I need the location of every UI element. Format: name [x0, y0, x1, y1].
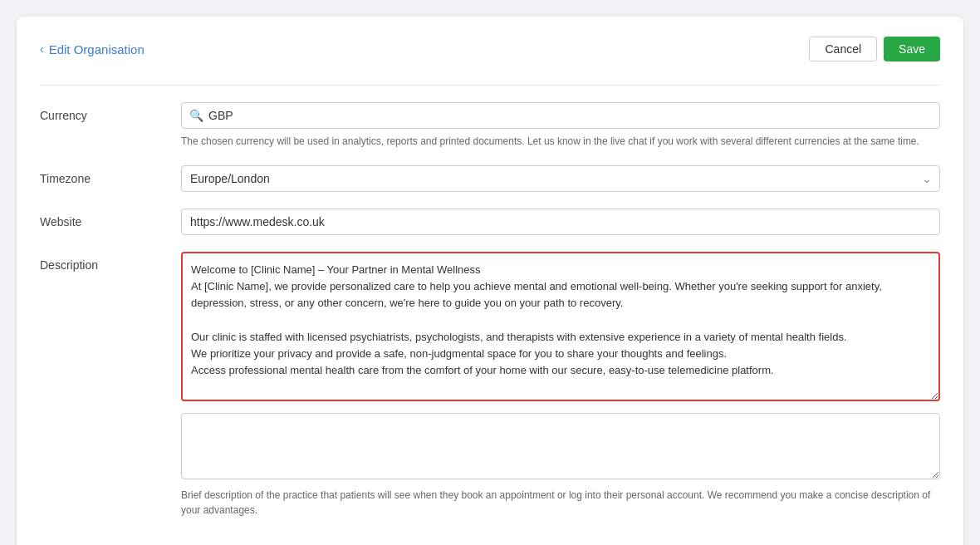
description-hint: Brief description of the practice that p…	[181, 488, 940, 518]
timezone-label: Timezone	[40, 165, 181, 185]
timezone-select-wrapper: Europe/London UTC America/New_York ⌄	[181, 165, 940, 192]
header-divider	[40, 85, 940, 86]
page-header: ‹ Edit Organisation Cancel Save	[40, 37, 940, 61]
currency-field: 🔍 The chosen currency will be used in an…	[181, 102, 940, 149]
timezone-select[interactable]: Europe/London UTC America/New_York	[181, 165, 940, 192]
description-label: Description	[40, 252, 181, 272]
description-textarea-normal[interactable]	[181, 413, 940, 479]
currency-hint: The chosen currency will be used in anal…	[181, 134, 940, 149]
website-row: Website	[40, 209, 940, 235]
description-field: Brief description of the practice that p…	[181, 252, 940, 518]
website-input[interactable]	[181, 209, 940, 235]
currency-row: Currency 🔍 The chosen currency will be u…	[40, 102, 940, 149]
currency-label: Currency	[40, 102, 181, 122]
website-label: Website	[40, 209, 181, 228]
header-actions: Cancel Save	[809, 37, 940, 61]
cancel-button[interactable]: Cancel	[809, 37, 877, 61]
website-field	[181, 209, 940, 235]
description-row: Description Brief description of the pra…	[40, 252, 940, 518]
back-arrow-icon: ‹	[40, 42, 44, 56]
currency-input[interactable]	[181, 102, 940, 129]
description-textarea-highlighted[interactable]	[181, 252, 940, 401]
back-link[interactable]: ‹ Edit Organisation	[40, 42, 145, 56]
timezone-field: Europe/London UTC America/New_York ⌄	[181, 165, 940, 192]
page-title: Edit Organisation	[49, 42, 145, 56]
currency-input-wrapper: 🔍	[181, 102, 940, 129]
save-button[interactable]: Save	[884, 37, 940, 61]
timezone-row: Timezone Europe/London UTC America/New_Y…	[40, 165, 940, 192]
search-icon: 🔍	[189, 109, 203, 122]
edit-organisation-card: ‹ Edit Organisation Cancel Save Currency…	[17, 17, 963, 545]
